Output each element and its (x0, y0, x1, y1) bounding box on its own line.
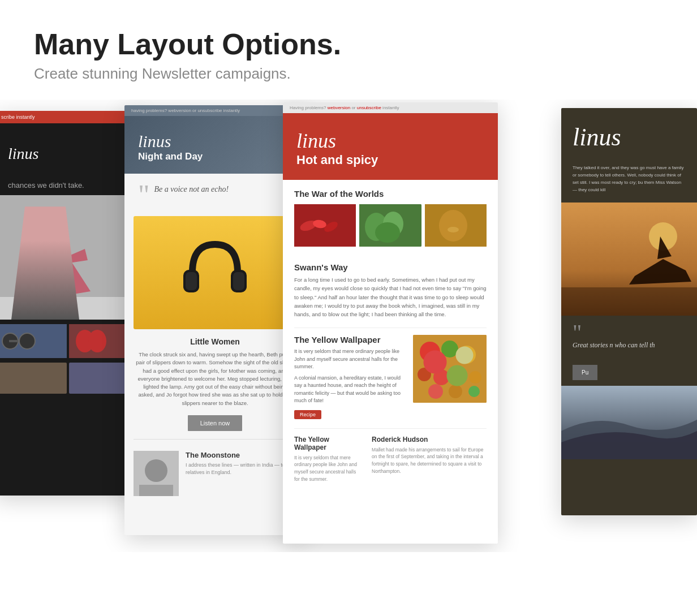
svg-rect-1 (0, 297, 141, 320)
listen-now-button[interactable]: Listen now (188, 415, 243, 431)
mockup-card-brown: linus They talked it over, and they was … (561, 108, 697, 515)
war-worlds-title: The War of the Worlds (294, 189, 487, 199)
card-dark-sub-images (0, 320, 141, 363)
fitness-person-image (0, 195, 141, 320)
quote-mark: " (138, 185, 149, 205)
svg-point-5 (19, 333, 35, 349)
moonstone-section: The Moonstone I address these lines — wr… (124, 445, 306, 502)
quote-text: Be a voice not an echo! (154, 185, 229, 194)
svg-point-33 (433, 369, 449, 385)
yellow-wallpaper-title: The Yellow Wallpaper (294, 335, 406, 344)
war-of-worlds-section: The War of the Worlds (283, 180, 498, 258)
card-dark-brand: linus (8, 146, 128, 162)
brown-quote-text: Great stories n who can tell th (573, 341, 686, 350)
card-brown-body: They talked it over, and they was go mus… (561, 159, 697, 203)
swanns-way-text: For a long time I used to go to bed earl… (294, 275, 487, 318)
svg-rect-28 (413, 335, 487, 403)
card-gray-header: linus Night and Day (124, 116, 306, 174)
svg-rect-16 (139, 485, 173, 496)
divider-2 (294, 328, 487, 328)
card-dark-hero-image (0, 195, 141, 320)
swanns-way-section: Swann's Way For a long time I used to go… (283, 258, 498, 328)
col2-text: Mallet had made his arrangements to sail… (372, 446, 487, 475)
sub-image-weights (0, 324, 67, 358)
col2-title: Roderick Hudson (372, 436, 487, 443)
svg-point-35 (469, 371, 481, 384)
mockups-container: scribe instantly linus chances we didn't… (0, 100, 697, 552)
card-dark-tagline: chances we didn't take. (0, 175, 141, 195)
card-brown-quote: " Great stories n who can tell th (561, 316, 697, 359)
col1-text: It is very seldom that mere ordinary peo… (294, 454, 363, 483)
svg-point-32 (418, 368, 431, 381)
bottom-image-1 (0, 363, 67, 394)
mockup-card-dark: scribe instantly linus chances we didn't… (0, 111, 141, 496)
svg-point-30 (441, 341, 458, 357)
swanns-way-title: Swann's Way (294, 262, 487, 272)
chili-image (294, 204, 356, 247)
little-women-title: Little Women (124, 337, 306, 346)
svg-point-29 (420, 342, 440, 362)
pub-button[interactable]: Pu (573, 365, 597, 380)
mockup-card-red: Having problems? webversion or unsubscri… (283, 102, 498, 544)
svg-point-26 (439, 210, 467, 242)
card-dark-hero: linus (0, 123, 141, 175)
col-yellow-wallpaper: The Yellow Wallpaper It is very seldom t… (294, 436, 363, 483)
card-red-topbar: Having problems? webversion or unsubscri… (283, 102, 498, 113)
svg-rect-41 (561, 287, 697, 316)
card-gray-subtitle: Night and Day (138, 151, 292, 162)
card-gray-quote: " Be a voice not an echo! (124, 174, 306, 216)
card-dark-bottom-row (0, 363, 141, 398)
svg-rect-6 (9, 340, 18, 342)
col-roderick-hudson: Roderick Hudson Mallet had made his arra… (372, 436, 487, 483)
divider-3 (294, 428, 487, 429)
moonstone-text-block: The Moonstone I address these lines — wr… (186, 451, 296, 476)
svg-rect-13 (233, 272, 244, 290)
yellow-wallpaper-text: The Yellow Wallpaper It is very seldom t… (294, 335, 406, 419)
yellow-wallpaper-p2: A colonial mansion, a hereditary estate,… (294, 374, 406, 405)
col1-title: The Yellow Wallpaper (294, 436, 363, 451)
svg-point-27 (448, 227, 459, 232)
oil-image (425, 204, 487, 247)
yellow-wallpaper-section: The Yellow Wallpaper It is very seldom t… (283, 335, 498, 428)
svg-point-34 (451, 367, 466, 382)
webversion-link[interactable]: webversion (328, 105, 350, 110)
herbs-image (359, 204, 421, 247)
mockup-card-gray: having problems? webversion or unsubscri… (124, 105, 306, 535)
page-subtitle: Create stunning Newsletter campaigns. (34, 65, 663, 83)
svg-point-15 (145, 459, 167, 482)
moonstone-image (134, 451, 179, 496)
svg-point-9 (88, 330, 106, 352)
card-red-subtitle: Hot and spicy (296, 153, 484, 167)
page-title: Many Layout Options. (34, 28, 663, 61)
svg-point-38 (468, 386, 480, 397)
card-gray-topbar: having problems? webversion or unsubscri… (124, 105, 306, 116)
headphones-image (134, 216, 296, 329)
little-women-text: The clock struck six and, having swept u… (124, 351, 306, 407)
svg-point-37 (449, 385, 462, 398)
food-images-row (294, 204, 487, 247)
recipe-badge[interactable]: Recipe (294, 410, 321, 419)
svg-point-36 (428, 384, 443, 399)
two-column-section: The Yellow Wallpaper It is very seldom t… (283, 436, 498, 492)
yellow-wallpaper-p1: It is very seldom that mere ordinary peo… (294, 348, 406, 371)
spice-image (413, 335, 487, 403)
svg-point-2 (46, 236, 67, 256)
card-red-brand: linus (296, 129, 484, 153)
card-red-header: linus Hot and spicy (283, 113, 498, 180)
brown-quote-mark: " (573, 325, 686, 341)
svg-point-31 (458, 346, 476, 364)
moonstone-title: The Moonstone (186, 451, 296, 459)
svg-rect-12 (186, 272, 197, 290)
card-brown-brand: linus (573, 125, 686, 150)
unsubscribe-link[interactable]: unsubscribe (357, 105, 381, 110)
desert-image (561, 203, 697, 316)
moonstone-body: I address these lines — written in India… (186, 462, 296, 476)
card-brown-header: linus (561, 108, 697, 159)
cliff-image (561, 386, 697, 459)
card-dark-topbar: scribe instantly (0, 111, 141, 123)
svg-point-24 (375, 222, 400, 243)
card-gray-brand: linus (138, 132, 292, 151)
header-section: Many Layout Options. Create stunning New… (0, 0, 697, 100)
divider (134, 439, 296, 440)
